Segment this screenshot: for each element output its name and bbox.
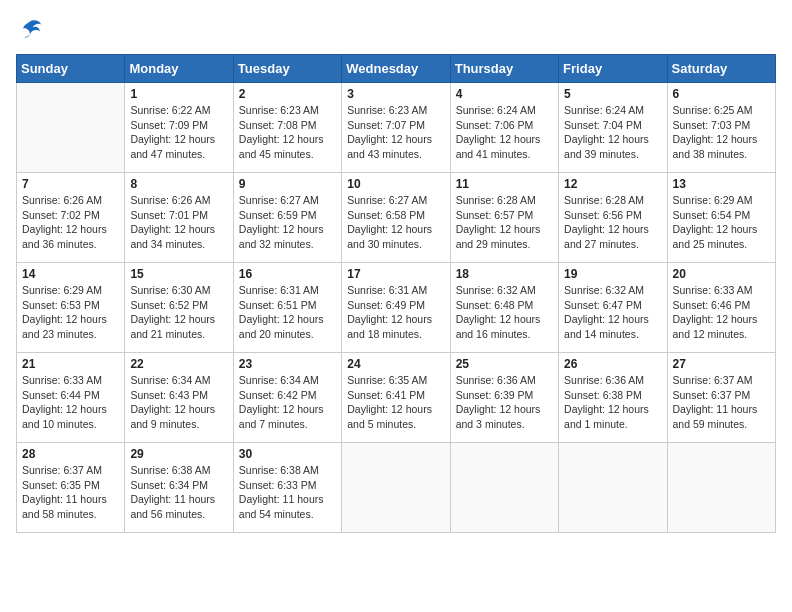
cell-info: Sunrise: 6:36 AM Sunset: 6:38 PM Dayligh… (564, 373, 661, 432)
calendar-cell: 22Sunrise: 6:34 AM Sunset: 6:43 PM Dayli… (125, 353, 233, 443)
calendar-cell: 19Sunrise: 6:32 AM Sunset: 6:47 PM Dayli… (559, 263, 667, 353)
day-number: 17 (347, 267, 444, 281)
day-number: 28 (22, 447, 119, 461)
calendar-cell (342, 443, 450, 533)
cell-info: Sunrise: 6:25 AM Sunset: 7:03 PM Dayligh… (673, 103, 770, 162)
calendar-cell: 29Sunrise: 6:38 AM Sunset: 6:34 PM Dayli… (125, 443, 233, 533)
cell-info: Sunrise: 6:36 AM Sunset: 6:39 PM Dayligh… (456, 373, 553, 432)
weekday-header-tuesday: Tuesday (233, 55, 341, 83)
calendar-cell: 23Sunrise: 6:34 AM Sunset: 6:42 PM Dayli… (233, 353, 341, 443)
weekday-header-sunday: Sunday (17, 55, 125, 83)
cell-info: Sunrise: 6:37 AM Sunset: 6:35 PM Dayligh… (22, 463, 119, 522)
day-number: 19 (564, 267, 661, 281)
day-number: 20 (673, 267, 770, 281)
day-number: 7 (22, 177, 119, 191)
week-row-4: 21Sunrise: 6:33 AM Sunset: 6:44 PM Dayli… (17, 353, 776, 443)
week-row-3: 14Sunrise: 6:29 AM Sunset: 6:53 PM Dayli… (17, 263, 776, 353)
day-number: 8 (130, 177, 227, 191)
day-number: 12 (564, 177, 661, 191)
day-number: 9 (239, 177, 336, 191)
cell-info: Sunrise: 6:38 AM Sunset: 6:33 PM Dayligh… (239, 463, 336, 522)
weekday-header-wednesday: Wednesday (342, 55, 450, 83)
calendar-cell: 8Sunrise: 6:26 AM Sunset: 7:01 PM Daylig… (125, 173, 233, 263)
calendar-cell: 11Sunrise: 6:28 AM Sunset: 6:57 PM Dayli… (450, 173, 558, 263)
week-row-1: 1Sunrise: 6:22 AM Sunset: 7:09 PM Daylig… (17, 83, 776, 173)
cell-info: Sunrise: 6:29 AM Sunset: 6:53 PM Dayligh… (22, 283, 119, 342)
day-number: 24 (347, 357, 444, 371)
day-number: 23 (239, 357, 336, 371)
cell-info: Sunrise: 6:28 AM Sunset: 6:57 PM Dayligh… (456, 193, 553, 252)
day-number: 21 (22, 357, 119, 371)
day-number: 18 (456, 267, 553, 281)
logo-bird-icon (16, 16, 44, 44)
calendar-table: SundayMondayTuesdayWednesdayThursdayFrid… (16, 54, 776, 533)
calendar-cell: 30Sunrise: 6:38 AM Sunset: 6:33 PM Dayli… (233, 443, 341, 533)
cell-info: Sunrise: 6:32 AM Sunset: 6:47 PM Dayligh… (564, 283, 661, 342)
cell-info: Sunrise: 6:38 AM Sunset: 6:34 PM Dayligh… (130, 463, 227, 522)
weekday-header-saturday: Saturday (667, 55, 775, 83)
calendar-cell: 10Sunrise: 6:27 AM Sunset: 6:58 PM Dayli… (342, 173, 450, 263)
cell-info: Sunrise: 6:28 AM Sunset: 6:56 PM Dayligh… (564, 193, 661, 252)
calendar-cell: 21Sunrise: 6:33 AM Sunset: 6:44 PM Dayli… (17, 353, 125, 443)
calendar-cell: 4Sunrise: 6:24 AM Sunset: 7:06 PM Daylig… (450, 83, 558, 173)
calendar-cell: 27Sunrise: 6:37 AM Sunset: 6:37 PM Dayli… (667, 353, 775, 443)
calendar-cell (667, 443, 775, 533)
calendar-cell: 2Sunrise: 6:23 AM Sunset: 7:08 PM Daylig… (233, 83, 341, 173)
weekday-header-row: SundayMondayTuesdayWednesdayThursdayFrid… (17, 55, 776, 83)
cell-info: Sunrise: 6:31 AM Sunset: 6:51 PM Dayligh… (239, 283, 336, 342)
day-number: 1 (130, 87, 227, 101)
cell-info: Sunrise: 6:22 AM Sunset: 7:09 PM Dayligh… (130, 103, 227, 162)
calendar-cell (450, 443, 558, 533)
calendar-cell: 13Sunrise: 6:29 AM Sunset: 6:54 PM Dayli… (667, 173, 775, 263)
cell-info: Sunrise: 6:32 AM Sunset: 6:48 PM Dayligh… (456, 283, 553, 342)
day-number: 14 (22, 267, 119, 281)
calendar-cell: 25Sunrise: 6:36 AM Sunset: 6:39 PM Dayli… (450, 353, 558, 443)
week-row-5: 28Sunrise: 6:37 AM Sunset: 6:35 PM Dayli… (17, 443, 776, 533)
week-row-2: 7Sunrise: 6:26 AM Sunset: 7:02 PM Daylig… (17, 173, 776, 263)
calendar-cell: 28Sunrise: 6:37 AM Sunset: 6:35 PM Dayli… (17, 443, 125, 533)
day-number: 16 (239, 267, 336, 281)
cell-info: Sunrise: 6:26 AM Sunset: 7:02 PM Dayligh… (22, 193, 119, 252)
weekday-header-monday: Monday (125, 55, 233, 83)
calendar-cell: 12Sunrise: 6:28 AM Sunset: 6:56 PM Dayli… (559, 173, 667, 263)
calendar-cell: 17Sunrise: 6:31 AM Sunset: 6:49 PM Dayli… (342, 263, 450, 353)
cell-info: Sunrise: 6:37 AM Sunset: 6:37 PM Dayligh… (673, 373, 770, 432)
cell-info: Sunrise: 6:24 AM Sunset: 7:06 PM Dayligh… (456, 103, 553, 162)
calendar-cell: 3Sunrise: 6:23 AM Sunset: 7:07 PM Daylig… (342, 83, 450, 173)
calendar-cell: 20Sunrise: 6:33 AM Sunset: 6:46 PM Dayli… (667, 263, 775, 353)
day-number: 30 (239, 447, 336, 461)
day-number: 4 (456, 87, 553, 101)
weekday-header-thursday: Thursday (450, 55, 558, 83)
calendar-cell: 1Sunrise: 6:22 AM Sunset: 7:09 PM Daylig… (125, 83, 233, 173)
cell-info: Sunrise: 6:30 AM Sunset: 6:52 PM Dayligh… (130, 283, 227, 342)
day-number: 6 (673, 87, 770, 101)
day-number: 26 (564, 357, 661, 371)
cell-info: Sunrise: 6:29 AM Sunset: 6:54 PM Dayligh… (673, 193, 770, 252)
day-number: 5 (564, 87, 661, 101)
cell-info: Sunrise: 6:23 AM Sunset: 7:08 PM Dayligh… (239, 103, 336, 162)
cell-info: Sunrise: 6:34 AM Sunset: 6:42 PM Dayligh… (239, 373, 336, 432)
calendar-cell: 5Sunrise: 6:24 AM Sunset: 7:04 PM Daylig… (559, 83, 667, 173)
day-number: 10 (347, 177, 444, 191)
calendar-cell: 18Sunrise: 6:32 AM Sunset: 6:48 PM Dayli… (450, 263, 558, 353)
cell-info: Sunrise: 6:35 AM Sunset: 6:41 PM Dayligh… (347, 373, 444, 432)
day-number: 29 (130, 447, 227, 461)
day-number: 25 (456, 357, 553, 371)
calendar-cell: 16Sunrise: 6:31 AM Sunset: 6:51 PM Dayli… (233, 263, 341, 353)
cell-info: Sunrise: 6:34 AM Sunset: 6:43 PM Dayligh… (130, 373, 227, 432)
calendar-cell: 7Sunrise: 6:26 AM Sunset: 7:02 PM Daylig… (17, 173, 125, 263)
weekday-header-friday: Friday (559, 55, 667, 83)
day-number: 2 (239, 87, 336, 101)
cell-info: Sunrise: 6:31 AM Sunset: 6:49 PM Dayligh… (347, 283, 444, 342)
cell-info: Sunrise: 6:33 AM Sunset: 6:46 PM Dayligh… (673, 283, 770, 342)
page-header (16, 16, 776, 44)
cell-info: Sunrise: 6:27 AM Sunset: 6:58 PM Dayligh… (347, 193, 444, 252)
day-number: 3 (347, 87, 444, 101)
logo (16, 16, 48, 44)
cell-info: Sunrise: 6:23 AM Sunset: 7:07 PM Dayligh… (347, 103, 444, 162)
calendar-cell: 24Sunrise: 6:35 AM Sunset: 6:41 PM Dayli… (342, 353, 450, 443)
day-number: 22 (130, 357, 227, 371)
cell-info: Sunrise: 6:24 AM Sunset: 7:04 PM Dayligh… (564, 103, 661, 162)
calendar-cell (559, 443, 667, 533)
calendar-cell: 26Sunrise: 6:36 AM Sunset: 6:38 PM Dayli… (559, 353, 667, 443)
